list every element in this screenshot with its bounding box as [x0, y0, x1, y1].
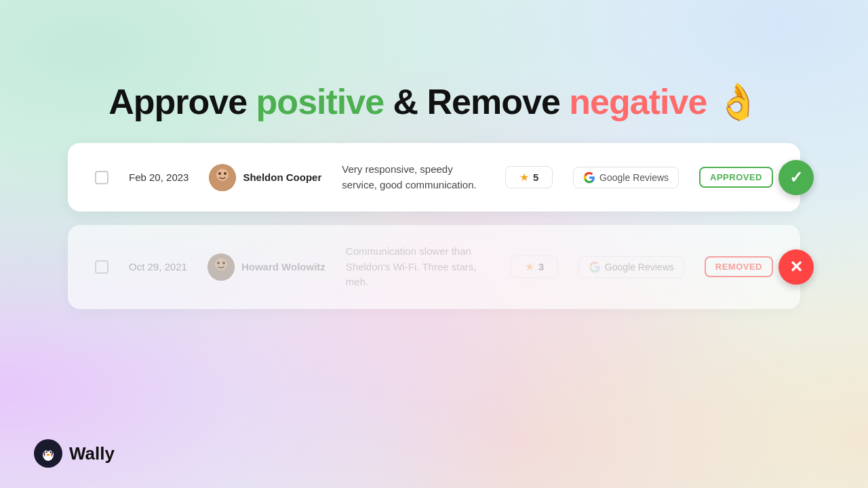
review-author-1: Sheldon Cooper: [209, 164, 321, 191]
svg-point-16: [45, 451, 47, 453]
review-text-1: Very responsive, speedy service, good co…: [342, 162, 485, 192]
author-name-2: Howard Wolowitz: [241, 261, 326, 272]
svg-point-4: [224, 172, 226, 175]
source-label-2: Google Reviews: [605, 262, 674, 272]
status-badge-1: APPROVED: [699, 167, 773, 188]
svg-point-8: [217, 262, 220, 264]
headline-negative: negative: [569, 82, 707, 121]
google-icon-2: [589, 261, 601, 273]
svg-point-9: [222, 262, 225, 264]
rating-num-1: 5: [533, 171, 538, 183]
review-card-wrapper-2: Oct 29, 2021: [68, 225, 800, 309]
avatar-initials-1: [209, 164, 236, 191]
review-date-2: Oct 29, 2021: [129, 260, 187, 274]
source-label-1: Google Reviews: [599, 172, 669, 183]
review-source-1: Google Reviews: [573, 167, 679, 188]
review-card-wrapper-1: Feb 20, 2023: [68, 143, 800, 211]
checkbox-2[interactable]: [95, 260, 108, 274]
svg-point-1: [216, 169, 229, 181]
svg-point-3: [218, 172, 221, 175]
headline-emoji: 👌: [716, 82, 760, 121]
avatar-svg-2: [208, 253, 235, 281]
review-text-2: Communication slower than Sheldon's Wi-F…: [346, 244, 490, 290]
headline-part1: Approve: [108, 82, 256, 121]
logo-icon: [34, 439, 62, 468]
review-card-1: Feb 20, 2023: [68, 143, 800, 211]
approve-button[interactable]: ✓: [778, 160, 814, 195]
remove-button[interactable]: ✕: [778, 249, 814, 285]
review-author-2: Howard Wolowitz: [208, 253, 326, 281]
status-badge-2: REMOVED: [705, 256, 773, 277]
logo-text: Wally: [69, 443, 115, 464]
google-icon-1: [583, 171, 595, 184]
svg-point-20: [51, 453, 53, 455]
wally-logo-svg: [38, 443, 58, 464]
main-content: Approve positive & Remove negative 👌 Feb…: [0, 0, 868, 309]
review-rating-2: ★ 3: [511, 256, 558, 278]
checkbox-1[interactable]: [95, 171, 108, 184]
star-icon-2: ★: [525, 260, 534, 273]
avatar-svg-1: [209, 164, 236, 191]
headline-part2: & Remove: [384, 82, 569, 121]
author-name-1: Sheldon Cooper: [243, 171, 321, 183]
review-source-2: Google Reviews: [578, 256, 684, 278]
headline-positive: positive: [256, 82, 384, 121]
svg-point-6: [215, 258, 227, 270]
svg-point-17: [50, 451, 51, 453]
avatar-2: [208, 253, 235, 281]
svg-point-19: [44, 453, 46, 455]
avatar-initials-2: [208, 253, 235, 281]
star-icon-1: ★: [519, 171, 529, 184]
logo-area: Wally: [34, 439, 115, 468]
review-date-1: Feb 20, 2023: [129, 170, 189, 184]
cards-container: Feb 20, 2023: [68, 143, 800, 309]
headline: Approve positive & Remove negative 👌: [108, 81, 760, 123]
avatar-1: [209, 164, 236, 191]
svg-point-18: [47, 454, 50, 456]
review-rating-1: ★ 5: [505, 166, 553, 188]
rating-num-2: 3: [538, 261, 544, 272]
review-card-2: Oct 29, 2021: [68, 225, 800, 309]
